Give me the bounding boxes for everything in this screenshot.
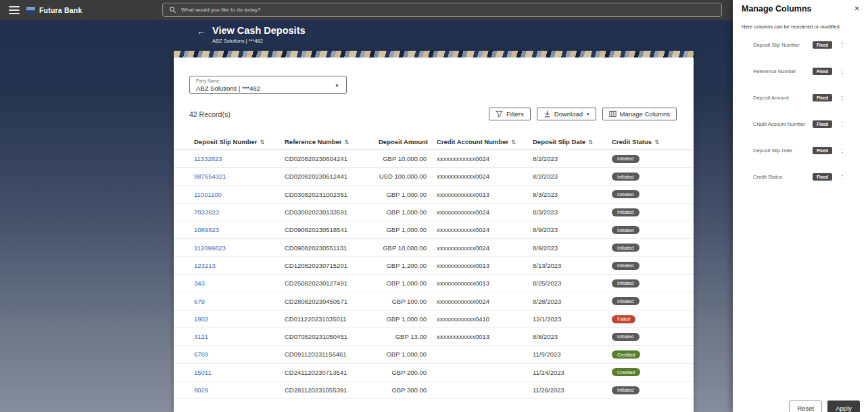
credit-account-cell: xxxxxxxxxxxx0013: [437, 279, 533, 287]
status-badge: Initiated: [612, 262, 640, 270]
download-icon: [544, 110, 551, 118]
page-subtitle: ABZ Solutions | ***462: [212, 38, 306, 44]
drag-handle-icon[interactable]: [842, 149, 843, 153]
back-arrow-icon[interactable]: ←: [197, 26, 206, 44]
drag-handle-icon[interactable]: [842, 43, 843, 47]
credit-status-cell: Initiated: [612, 154, 687, 163]
drag-handle-icon[interactable]: [842, 175, 843, 179]
deposit-amount-cell: GBP 100.00: [372, 298, 437, 305]
page-title: View Cash Deposits: [212, 25, 306, 36]
status-badge: Initiated: [612, 244, 640, 252]
deposit-slip-link[interactable]: 3121: [194, 333, 208, 340]
table-row: 112099823CD090820230551131GBP 10,000.00x…: [174, 239, 694, 256]
deposit-amount-cell: USD 100,000.00: [372, 173, 437, 180]
download-button[interactable]: Download ▾: [537, 108, 596, 120]
search-input[interactable]: [181, 7, 715, 13]
brand[interactable]: Futura Bank: [26, 6, 82, 15]
reference-number-cell: CD011220231035011: [285, 315, 372, 323]
menu-icon[interactable]: [9, 4, 20, 16]
column-label: Credit Account Number: [437, 138, 508, 145]
deposit-amount-cell: GBP 10,000.00: [372, 155, 437, 162]
deposit-slip-cell: 679: [194, 298, 285, 305]
deposit-amount-cell: GBP 1,000.00: [372, 350, 437, 358]
deposit-slip-link[interactable]: 11332823: [194, 155, 222, 162]
reference-number-cell: CD030820231002351: [285, 191, 372, 198]
party-name-select[interactable]: Party Name ABZ Solutions | ***462 ▼: [189, 76, 347, 94]
deposit-slip-link[interactable]: 1089823: [194, 226, 219, 233]
drag-handle-icon[interactable]: [842, 96, 843, 100]
deposit-slip-link[interactable]: 11001100: [194, 191, 222, 198]
status-badge: Initiated: [612, 208, 640, 216]
sort-icon: ⇅: [344, 139, 349, 145]
filter-funnel-icon: [496, 110, 503, 118]
column-header-deposit-amount: Deposit Amount: [372, 138, 437, 145]
deposit-slip-link[interactable]: 9029: [194, 386, 208, 394]
column-header-credit-account-number[interactable]: Credit Account Number⇅: [437, 138, 533, 145]
status-badge: Initiated: [612, 173, 640, 181]
reference-number-cell: CD070820231050451: [285, 333, 372, 340]
deposit-slip-cell: 9029: [194, 386, 285, 394]
credit-status-cell: Initiated: [612, 244, 687, 252]
credit-account-cell: xxxxxxxxxxxx0024: [437, 298, 533, 305]
deposit-slip-link[interactable]: 6789: [194, 350, 208, 358]
global-search[interactable]: [162, 3, 722, 17]
status-badge: Failed: [612, 315, 635, 323]
deposit-slip-date-cell: 8/28/2023: [533, 298, 612, 305]
filters-button[interactable]: Filters: [489, 108, 531, 120]
table-row: 343CD250820230127491GBP 1,000.00xxxxxxxx…: [174, 275, 694, 292]
column-item-label: Credit Status: [753, 174, 813, 180]
manage-columns-button-label: Manage Columns: [620, 110, 670, 118]
column-header-credit-status[interactable]: Credit Status⇅: [612, 138, 687, 145]
column-header-deposit-slip-number[interactable]: Deposit Slip Number⇅: [194, 138, 285, 145]
apply-button[interactable]: Apply: [827, 400, 860, 412]
deposit-slip-cell: 123213: [194, 262, 285, 269]
deposit-slip-date-cell: 12/1/2023: [533, 315, 612, 323]
reset-button[interactable]: Reset: [789, 400, 822, 412]
deposit-slip-link[interactable]: 123213: [194, 262, 216, 269]
sort-icon: ⇅: [654, 139, 659, 145]
columns-icon: [609, 110, 617, 118]
deposit-amount-cell: GBP 300.00: [372, 386, 437, 394]
manage-columns-button[interactable]: Manage Columns: [602, 108, 677, 120]
column-header-reference-number[interactable]: Reference Number⇅: [285, 138, 372, 145]
record-count: 42 Record(s): [189, 110, 231, 118]
deposit-slip-link[interactable]: 987654321: [194, 173, 226, 180]
panel-title: Manage Columns: [742, 4, 860, 14]
deposit-slip-date-cell: 8/9/2023: [533, 244, 612, 252]
column-item-label: Credit Account Number: [753, 121, 813, 127]
brand-name: Futura Bank: [39, 6, 82, 14]
status-badge: Initiated: [612, 386, 640, 394]
deposit-amount-cell: GBP 200.00: [372, 369, 437, 376]
decorative-banner: [174, 51, 694, 58]
deposit-slip-date-cell: 8/2/2023: [533, 173, 612, 180]
close-icon[interactable]: ✕: [854, 5, 860, 12]
deposit-slip-link[interactable]: 343: [194, 279, 205, 287]
party-name-value: ABZ Solutions | ***462: [196, 85, 340, 92]
download-caret-icon: ▾: [587, 112, 589, 117]
credit-account-cell: xxxxxxxxxxxx0024: [437, 208, 533, 216]
panel-description: Here columns can be reordered or modifie…: [742, 24, 859, 30]
deposit-slip-link[interactable]: 1902: [194, 315, 208, 323]
deposit-slip-cell: 11001100: [194, 191, 285, 198]
reference-number-cell: CD250820230127491: [285, 279, 372, 287]
manage-column-item: Deposit Slip DateFixed: [733, 137, 868, 164]
reference-number-cell: CD241120230713541: [285, 369, 372, 376]
credit-account-cell: xxxxxxxxxxxx0024: [437, 173, 533, 180]
drag-handle-icon[interactable]: [842, 70, 843, 74]
deposit-slip-link[interactable]: 7033823: [194, 208, 219, 216]
reference-number-cell: CD120820230715201: [285, 262, 372, 269]
manage-column-item: Credit Account NumberFixed: [733, 111, 868, 137]
deposit-slip-date-cell: 8/13/2023: [533, 262, 612, 269]
deposit-slip-link[interactable]: 15011: [194, 369, 212, 376]
column-header-deposit-slip-date[interactable]: Deposit Slip Date⇅: [533, 138, 612, 145]
drag-handle-icon[interactable]: [842, 122, 843, 127]
credit-status-cell: Initiated: [612, 332, 687, 341]
table-row: 987654321CD020820230612441USD 100,000.00…: [174, 168, 694, 185]
table-row: 11332823CD020820230604241GBP 10,000.00xx…: [174, 150, 694, 168]
content-card: Party Name ABZ Solutions | ***462 ▼ 42 R…: [174, 51, 694, 412]
deposit-amount-cell: GBP 1,200.00: [372, 262, 437, 269]
deposit-slip-link[interactable]: 679: [194, 298, 205, 305]
fixed-badge: Fixed: [813, 94, 832, 101]
deposit-slip-cell: 15011: [194, 369, 285, 376]
deposit-slip-link[interactable]: 112099823: [194, 244, 226, 252]
